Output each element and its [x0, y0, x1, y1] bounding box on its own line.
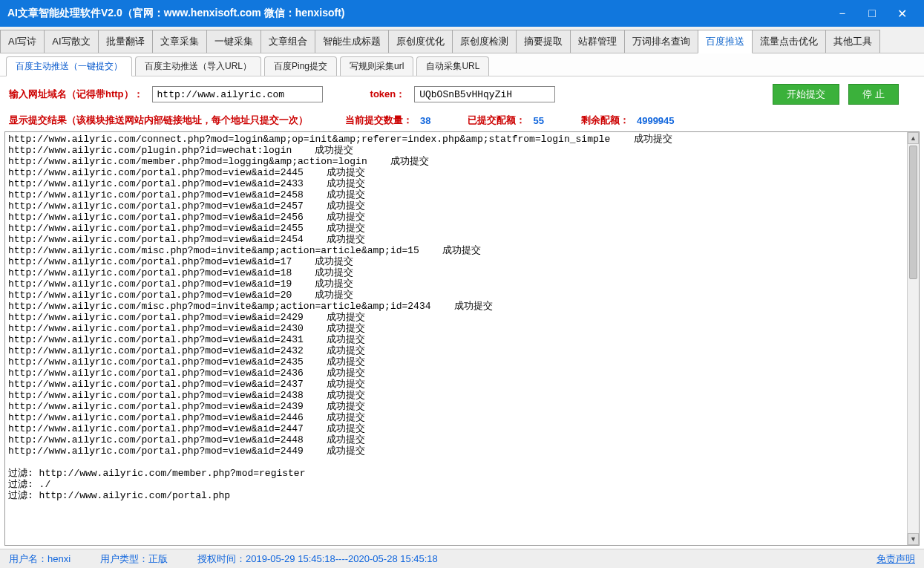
- sub-tab-1[interactable]: 百度主动推送（导入URL）: [135, 56, 261, 76]
- scroll-down-icon[interactable]: ▼: [908, 533, 919, 545]
- main-tab-4[interactable]: 一键采集: [206, 30, 261, 53]
- log-scrollbar[interactable]: ▲ ▼: [907, 132, 919, 545]
- remain-quota-value: 4999945: [637, 115, 675, 126]
- sub-tab-2[interactable]: 百度Ping提交: [264, 56, 337, 76]
- main-tab-11[interactable]: 万词排名查询: [624, 30, 698, 53]
- token-label: token：: [370, 88, 406, 101]
- close-button[interactable]: ✕: [887, 0, 917, 27]
- main-tab-8[interactable]: 原创度检测: [452, 30, 517, 53]
- log-content[interactable]: http://www.ailyric.com/connect.php?mod=l…: [5, 132, 907, 545]
- sub-tab-3[interactable]: 写规则采集url: [340, 56, 413, 76]
- sub-tab-4[interactable]: 自动采集URL: [416, 56, 489, 76]
- sub-tab-0[interactable]: 百度主动推送（一键提交）: [6, 56, 132, 76]
- current-count-value: 38: [420, 115, 430, 126]
- start-button[interactable]: 开始提交: [773, 84, 839, 105]
- status-auth: 授权时间：2019-05-29 15:45:18----2020-05-28 1…: [197, 552, 438, 566]
- main-tab-3[interactable]: 文章采集: [152, 30, 207, 53]
- main-tab-2[interactable]: 批量翻译: [98, 30, 153, 53]
- status-type: 用户类型：正版: [100, 552, 168, 566]
- submitted-quota-value: 55: [533, 115, 543, 126]
- current-count-label: 当前提交数量：: [345, 114, 413, 127]
- statusbar: 用户名：henxi 用户类型：正版 授权时间：2019-05-29 15:45:…: [0, 549, 924, 568]
- form-row: 输入网址域名（记得带http）： token： 开始提交 停 止: [0, 76, 924, 112]
- main-tab-5[interactable]: 文章组合: [261, 30, 315, 53]
- submitted-quota-label: 已提交配额：: [468, 114, 525, 127]
- sub-tabs: 百度主动推送（一键提交）百度主动推送（导入URL）百度Ping提交写规则采集ur…: [0, 53, 924, 76]
- url-input[interactable]: [152, 86, 323, 102]
- minimize-button[interactable]: －: [828, 0, 857, 27]
- remain-quota-label: 剩余配额：: [581, 114, 629, 127]
- maximize-button[interactable]: □: [857, 0, 887, 27]
- main-tab-6[interactable]: 智能生成标题: [315, 30, 389, 53]
- token-input[interactable]: [414, 86, 555, 102]
- main-tab-9[interactable]: 摘要提取: [516, 30, 571, 53]
- main-tab-12[interactable]: 百度推送: [698, 30, 753, 53]
- main-tab-7[interactable]: 原创度优化: [388, 30, 453, 53]
- stats-row: 显示提交结果（该模块推送网站内部链接地址，每个地址只提交一次） 当前提交数量： …: [0, 112, 924, 131]
- disclaimer-link[interactable]: 免责声明: [877, 552, 915, 566]
- scroll-thumb[interactable]: [909, 146, 917, 279]
- app-title: AI文章智能处理软件V2.0（官网：www.henxisoft.com 微信：h…: [7, 7, 345, 20]
- main-tabs: AI写诗AI写散文批量翻译文章采集一键采集文章组合智能生成标题原创度优化原创度检…: [0, 27, 924, 53]
- status-user: 用户名：henxi: [9, 552, 71, 566]
- stop-button[interactable]: 停 止: [848, 84, 899, 105]
- main-tab-10[interactable]: 站群管理: [570, 30, 625, 53]
- url-label: 输入网址域名（记得带http）：: [9, 88, 143, 101]
- main-tab-13[interactable]: 流量点击优化: [752, 30, 826, 53]
- result-label: 显示提交结果（该模块推送网站内部链接地址，每个地址只提交一次）: [9, 114, 308, 127]
- scroll-up-icon[interactable]: ▲: [908, 132, 919, 144]
- titlebar: AI文章智能处理软件V2.0（官网：www.henxisoft.com 微信：h…: [0, 0, 924, 27]
- main-tab-14[interactable]: 其他工具: [825, 30, 880, 53]
- main-tab-0[interactable]: AI写诗: [0, 30, 45, 53]
- main-tab-1[interactable]: AI写散文: [44, 30, 98, 53]
- log-panel: http://www.ailyric.com/connect.php?mod=l…: [4, 131, 920, 546]
